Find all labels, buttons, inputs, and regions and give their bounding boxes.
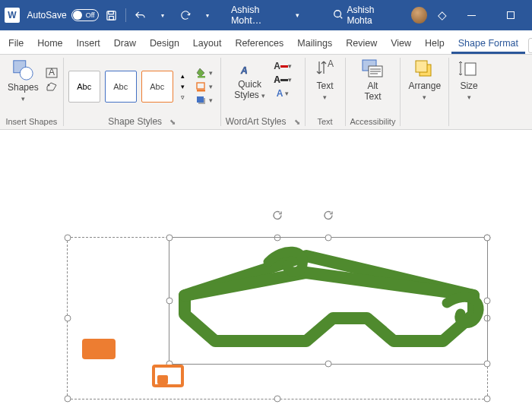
group-label-wordart: WordArt Styles bbox=[226, 116, 287, 127]
autosave-label: AutoSave bbox=[27, 10, 67, 21]
save-icon[interactable] bbox=[102, 5, 121, 25]
shapes-gallery-button[interactable]: Shapes▾ bbox=[5, 57, 42, 105]
style-preset-1[interactable]: Abc bbox=[68, 71, 100, 103]
svg-rect-14 bbox=[197, 90, 205, 92]
search-icon[interactable] bbox=[333, 9, 344, 22]
doc-dropdown-icon[interactable]: ▾ bbox=[296, 11, 299, 19]
quick-styles-button[interactable]: A QuickStyles ▾ bbox=[231, 57, 268, 103]
user-avatar[interactable] bbox=[411, 7, 427, 24]
tab-draw[interactable]: Draw bbox=[107, 33, 143, 54]
tab-design[interactable]: Design bbox=[143, 33, 186, 54]
svg-rect-26 bbox=[465, 63, 476, 75]
minimize-button[interactable] bbox=[458, 5, 486, 26]
arrange-button[interactable]: Arrange▾ bbox=[405, 57, 444, 103]
style-preset-2[interactable]: Abc bbox=[105, 71, 137, 103]
shape-fill-button[interactable]: ▾ bbox=[193, 67, 216, 79]
group-shape-styles: Abc Abc Abc ▴ ▾ ▿ ▾ ▾ ▾ Shape Styles⬊ bbox=[64, 55, 220, 129]
tab-mailings[interactable]: Mailings bbox=[290, 33, 339, 54]
group-insert-shapes: Shapes▾ A Insert Shapes bbox=[0, 55, 63, 129]
group-label-accessibility: Accessibility bbox=[350, 115, 396, 128]
orange-shape-1[interactable] bbox=[82, 339, 116, 359]
group-accessibility: AltText Accessibility bbox=[346, 55, 401, 129]
tab-shape-format[interactable]: Shape Format bbox=[451, 33, 525, 54]
svg-point-3 bbox=[334, 10, 341, 17]
group-label-shape-styles: Shape Styles bbox=[108, 116, 162, 127]
undo-dropdown-icon[interactable]: ▾ bbox=[154, 5, 173, 25]
svg-point-8 bbox=[21, 67, 33, 80]
user-name: Ashish Mohta bbox=[347, 5, 401, 26]
ribbon: Shapes▾ A Insert Shapes Abc Abc Abc ▴ ▾ … bbox=[0, 55, 532, 130]
svg-rect-1 bbox=[109, 11, 114, 14]
shape-effects-button[interactable]: ▾ bbox=[193, 94, 216, 106]
draw-textbox-icon[interactable]: A bbox=[45, 67, 59, 79]
comments-button[interactable] bbox=[528, 38, 532, 53]
document-owner: Ashish Moht… bbox=[231, 5, 292, 26]
word-app-icon: W bbox=[5, 8, 20, 23]
rotation-handle-inner-icon[interactable] bbox=[322, 210, 334, 224]
group-wordart-styles: A QuickStyles ▾ A▾ A▾ A▾ WordArt Styles⬊ bbox=[221, 55, 305, 129]
text-effects-button[interactable]: A▾ bbox=[271, 87, 294, 99]
alt-text-button[interactable]: AltText bbox=[357, 57, 388, 104]
svg-text:A: A bbox=[49, 68, 55, 77]
tab-view[interactable]: View bbox=[384, 33, 418, 54]
document-canvas[interactable] bbox=[0, 130, 532, 420]
svg-point-11 bbox=[48, 84, 49, 86]
style-gallery-more-icon[interactable]: ▿ bbox=[176, 92, 190, 103]
svg-rect-16 bbox=[197, 96, 204, 103]
tab-review[interactable]: Review bbox=[339, 33, 384, 54]
tab-references[interactable]: References bbox=[228, 33, 290, 54]
group-arrange: Arrange▾ bbox=[401, 55, 448, 129]
style-gallery-up-icon[interactable]: ▴ bbox=[176, 71, 190, 81]
ribbon-tabs: File Home Insert Draw Design Layout Refe… bbox=[0, 30, 532, 55]
svg-text:A: A bbox=[240, 65, 248, 76]
autosave-state: Off bbox=[86, 11, 95, 19]
svg-rect-12 bbox=[198, 76, 205, 78]
redo-icon[interactable] bbox=[176, 5, 195, 25]
diamond-icon[interactable]: ◇ bbox=[438, 8, 447, 22]
group-text: A Text▾ Text bbox=[306, 55, 345, 129]
text-fill-button[interactable]: A▾ bbox=[271, 60, 294, 72]
shape-outline-button[interactable]: ▾ bbox=[193, 81, 216, 93]
undo-icon[interactable] bbox=[131, 5, 150, 25]
svg-text:A: A bbox=[328, 58, 334, 69]
size-button[interactable]: Size▾ bbox=[454, 57, 484, 103]
style-gallery-down-icon[interactable]: ▾ bbox=[176, 81, 190, 92]
edit-shape-icon[interactable] bbox=[45, 81, 59, 93]
toggle-switch-icon[interactable]: Off bbox=[71, 9, 99, 21]
style-preset-3[interactable]: Abc bbox=[141, 71, 173, 103]
page[interactable] bbox=[0, 130, 532, 420]
text-outline-button[interactable]: A▾ bbox=[271, 74, 294, 86]
autosave-toggle[interactable]: AutoSave Off bbox=[27, 9, 99, 21]
group-label-text: Text bbox=[310, 115, 340, 128]
maximize-button[interactable] bbox=[496, 5, 524, 26]
tab-layout[interactable]: Layout bbox=[186, 33, 229, 54]
rotation-handle-outer-icon[interactable] bbox=[271, 210, 283, 224]
shape-styles-launcher-icon[interactable]: ⬊ bbox=[169, 118, 176, 126]
qat-customize-icon[interactable]: ▾ bbox=[198, 5, 217, 25]
text-direction-button[interactable]: A Text▾ bbox=[310, 57, 340, 103]
wordart-launcher-icon[interactable]: ⬊ bbox=[294, 118, 300, 126]
group-size: Size▾ bbox=[449, 55, 489, 129]
svg-rect-5 bbox=[507, 12, 514, 19]
group-label-insert-shapes: Insert Shapes bbox=[5, 115, 59, 128]
tab-insert[interactable]: Insert bbox=[70, 33, 107, 54]
orange-shape-2[interactable] bbox=[152, 365, 184, 387]
titlebar: W AutoSave Off ▾ ▾ Ashish Moht… ▾ Ashish… bbox=[0, 0, 532, 30]
tab-file[interactable]: File bbox=[2, 33, 30, 54]
tab-help[interactable]: Help bbox=[418, 33, 451, 54]
tab-home[interactable]: Home bbox=[30, 33, 69, 54]
svg-rect-25 bbox=[416, 61, 427, 72]
glasses-shape[interactable] bbox=[173, 242, 485, 364]
svg-rect-13 bbox=[197, 83, 204, 89]
svg-rect-2 bbox=[109, 16, 114, 20]
